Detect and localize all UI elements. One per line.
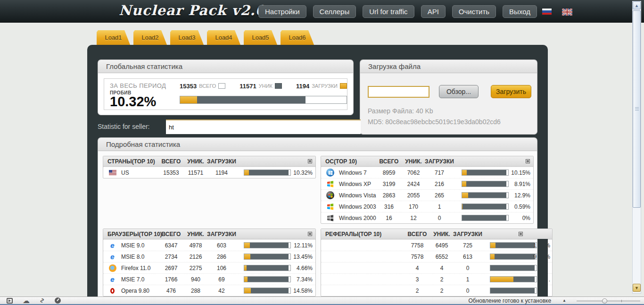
table-row: Windows 2000 16 12 0 0% — [321, 212, 533, 223]
pct-value: 10.32% — [293, 169, 313, 176]
windows2000-icon — [326, 214, 334, 222]
status-bar: ☁ ∿ Обновление готово к установке ▲ — [0, 297, 644, 305]
collapse-box-icon[interactable] — [308, 159, 312, 163]
os-name: Windows XP — [339, 181, 371, 187]
stat-bar — [244, 276, 291, 282]
browsers-table-header: БРАУЗЕРЫ(ТОР 10) ВСЕГО УНИК. ЗАГРУЗКИ — [103, 229, 315, 239]
scrollbar-thumb[interactable] — [633, 10, 641, 208]
nav-url-for-traffic-button[interactable]: Url for traffic — [363, 5, 414, 18]
detailed-stats-title: Подробная статистика — [98, 137, 537, 151]
tab-load5[interactable]: Load5 — [244, 30, 277, 45]
tab-load6[interactable]: Load6 — [281, 30, 314, 45]
legend-total: 15353 ВСЕГО — [180, 83, 225, 90]
uk-flag-icon[interactable] — [561, 8, 572, 15]
os-name: Windows 2003 — [339, 203, 376, 210]
col-uniq: УНИК. — [402, 158, 425, 165]
md5-text: MD5: 80c8eac98ebcbc5019c19e3da0b02cd6 — [368, 118, 501, 126]
os-title: ОС(ТОР 10) — [321, 158, 376, 165]
total-swatch-icon — [218, 83, 225, 89]
global-progress-bar — [180, 96, 347, 104]
seller-filter-input[interactable] — [166, 119, 361, 134]
stat-bar — [244, 254, 291, 260]
hit-rate-value: 10.32% — [110, 95, 180, 108]
top-bar: Nuclear Pack v2.0 Настройки Селлеры Url … — [0, 0, 644, 23]
uniq-swatch-icon — [275, 83, 282, 89]
tab-load2[interactable]: Load2 — [133, 30, 167, 45]
browser-name: MSIE 7.0 — [121, 276, 144, 283]
os-table-header: ОС(ТОР 10) ВСЕГО УНИК. ЗАГРУЗКИ — [321, 156, 533, 167]
os-name: Windows 7 — [339, 169, 367, 176]
nav-sellers-button[interactable]: Селлеры — [313, 5, 356, 18]
scroll-up-icon[interactable]: ▲ — [633, 1, 641, 9]
countries-table-header: СТРАНЫ(ТОР 10) ВСЕГО УНИК. ЗАГРУЗКИ — [103, 156, 315, 167]
table-row: 2 2 0 — [321, 285, 552, 296]
table-row: 7758 6495 725 1% — [321, 239, 552, 251]
stat-bar — [462, 203, 509, 210]
browsers-title: БРАУЗЕРЫ(ТОР 10) — [103, 231, 158, 237]
col-loads: ЗАГРУЗКИ — [207, 158, 236, 165]
os-name: Windows 2000 — [339, 215, 376, 221]
table-row: eMSIE 9.0 6347 4978 603 12.11% — [103, 239, 315, 251]
global-stats-box: ЗА ВЕСЬ ПЕРИОД ПРОБИВ 10.32% 15353 ВСЕГО… — [104, 78, 347, 110]
global-stats-panel: Глобальная статистика ЗА ВЕСЬ ПЕРИОД ПРО… — [98, 59, 354, 115]
browser-name: MSIE 9.0 — [121, 242, 144, 249]
legend-loads-label: ЗАГРУЗКИ — [312, 83, 338, 89]
legend-loads-value: 1194 — [296, 83, 309, 90]
global-stats-title: Глобальная статистика — [98, 59, 354, 73]
zoom-menu-arrow-icon[interactable]: ▲ — [562, 298, 566, 303]
table-row: 7578 6552 613 9% — [321, 251, 552, 262]
period-label: ЗА ВЕСЬ ПЕРИОД — [110, 82, 180, 89]
firefox-icon — [108, 264, 116, 272]
upload-panel-title: Загрузка файла — [360, 59, 537, 73]
col-total: ВСЕГО — [376, 158, 402, 165]
browser-name: MSIE 8.0 — [121, 254, 144, 260]
browser-name: Opera 9.80 — [121, 288, 149, 294]
file-path-input[interactable] — [368, 86, 429, 98]
tab-load3[interactable]: Load3 — [170, 30, 204, 45]
main-panel: Глобальная статистика ЗА ВЕСЬ ПЕРИОД ПРО… — [87, 45, 548, 305]
table-row: Firefox 11.0 2697 2275 106 4.66% — [103, 262, 315, 273]
uniq-value: 11571 — [184, 169, 207, 176]
vertical-scrollbar[interactable]: ▲ ▼ — [632, 1, 641, 294]
legend-uniq-label: УНИК — [259, 83, 272, 89]
tab-load1[interactable]: Load1 — [97, 30, 130, 45]
table-row: eMSIE 8.0 2734 2126 286 13.45% — [103, 251, 315, 262]
windowsvista-icon — [326, 191, 334, 199]
file-size-text: Размер Файла: 40 Kb — [368, 107, 433, 115]
browse-button[interactable]: Обзор... — [439, 85, 479, 98]
legend-loads: 1194 ЗАГРУЗКИ — [296, 83, 347, 90]
referrers-table-header: РЕФЕРАЛЫ(ТОР 10) ВСЕГО УНИК. ЗАГРУЗКИ — [321, 229, 552, 239]
update-status-text[interactable]: Обновление готово к установке — [468, 297, 551, 304]
collapse-box-icon[interactable] — [526, 159, 530, 163]
nav-clear-button[interactable]: Очистить — [452, 5, 496, 18]
nav-api-button[interactable]: API — [421, 5, 446, 18]
collapse-box-icon[interactable] — [308, 232, 312, 236]
upload-button[interactable]: Загрузить — [491, 85, 531, 98]
nav-settings-button[interactable]: Настройки — [258, 5, 306, 18]
zoom-slider-knob[interactable] — [602, 298, 607, 304]
stat-bar — [490, 265, 537, 271]
panel-edge-strip — [537, 239, 548, 297]
russian-flag-icon[interactable] — [542, 8, 552, 15]
windows2003-icon — [326, 203, 334, 211]
cloud-icon[interactable]: ☁ — [23, 298, 30, 303]
browser-name: Firefox 11.0 — [121, 265, 150, 271]
nav-logout-button[interactable]: Выход — [503, 5, 537, 18]
msie-icon: e — [108, 253, 116, 261]
panels-toggle-icon[interactable] — [7, 298, 13, 304]
collapse-box-icon[interactable] — [519, 232, 523, 236]
stat-bar — [490, 242, 537, 248]
tab-load4[interactable]: Load4 — [207, 30, 240, 45]
sync-link-icon[interactable]: ∿ — [39, 298, 46, 303]
countries-table: СТРАНЫ(ТОР 10) ВСЕГО УНИК. ЗАГРУЗКИ US 1… — [103, 156, 316, 178]
table-row: Windows XP 3199 2424 216 8.91% — [321, 178, 533, 189]
zoom-slider[interactable] — [577, 298, 640, 304]
scroll-down-icon[interactable]: ▼ — [633, 284, 641, 292]
stat-bar — [490, 254, 537, 260]
table-row: eMSIE 7.0 1766 940 69 7.34% — [103, 273, 315, 285]
seller-filter-label: Statistic for seller: — [98, 123, 149, 130]
os-name: Windows Vista — [339, 192, 376, 199]
windows7-icon — [326, 169, 334, 177]
stat-bar — [462, 215, 509, 221]
turbo-gauge-icon[interactable] — [55, 297, 61, 304]
